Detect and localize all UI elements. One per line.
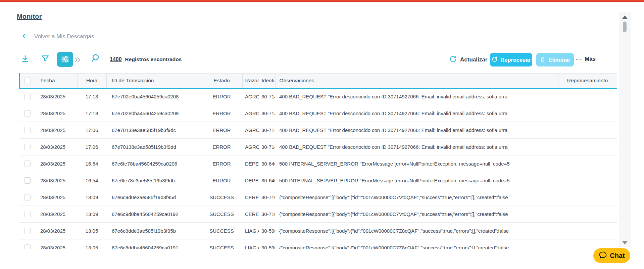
back-link-label: Volver a Mis Descargas [34,33,94,40]
cell-observaciones: 500 INTERNAL_SERVER_ERROR "ErrorMessage … [275,172,558,189]
cell-transaction-id: 67e702e0ba45604259ca0209 [106,105,201,122]
scroll-down-icon[interactable] [622,241,628,244]
row-checkbox[interactable] [24,228,31,234]
more-dots-icon [572,56,582,62]
cell-razon: AGRO [242,88,259,105]
cell-razon: DEPET [242,172,259,189]
delete-button[interactable]: Eliminar [536,53,574,66]
double-chevron-right-icon[interactable] [74,57,81,62]
row-checkbox[interactable] [24,244,31,249]
records-label: Registros encontrados [125,56,182,62]
cell-razon: CEREA [242,189,259,206]
row-checkbox[interactable] [24,94,31,100]
scrollbar-thumb[interactable] [623,21,627,32]
cell-estado: ERROR [201,155,242,172]
row-checkbox[interactable] [24,177,31,184]
delete-button-label: Eliminar [548,57,570,63]
cell-fecha: 28/03/2025 [35,88,77,105]
cell-razon: LIAG A [242,239,259,249]
cell-identi: 30-714 [259,88,275,105]
cell-estado: ERROR [201,139,242,155]
table-row[interactable]: 28/03/2025 13:09 67e6c9d0ba45604259ca019… [19,206,617,223]
cell-reprocesamiento [558,139,617,155]
column-header-fecha: Fecha [35,74,77,88]
refresh-button[interactable]: Actualizar [449,55,487,64]
cell-razon: LIAG A [242,223,259,239]
cell-observaciones: 500 INTERNAL_SERVER_ERROR "ErrorMessage … [275,155,558,172]
records-count[interactable]: 1400 [110,56,122,62]
reprocess-icon [491,56,498,64]
cell-fecha: 28/03/2025 [35,189,77,206]
cell-observaciones: {"compositeResponse":[{"body":{"id":"001… [275,239,558,249]
cell-identi: 30-646 [259,155,275,172]
column-header-observaciones: Observaciones [275,74,558,88]
table-row[interactable]: 28/03/2025 13:05 67e6c8dde3ae585f19b3f95… [19,223,617,239]
cell-observaciones: 400 BAD_REQUEST "Error desconocido con I… [275,122,558,139]
reprocess-button[interactable]: Reprocesar [490,53,532,66]
cell-transaction-id: 67e6fe78e3ae585f19b3f9db [106,172,201,189]
filter-icon[interactable] [41,54,50,63]
transactions-table: Fecha Hora ID de Transacción Estado Razo… [19,73,617,249]
more-button[interactable]: Más [572,56,596,62]
table-row[interactable]: 28/03/2025 17:13 67e702e0ba45604259ca020… [19,88,617,105]
cell-razon: AGRO [242,139,259,155]
row-checkbox[interactable] [24,144,31,150]
cell-reprocesamiento [558,206,617,223]
cell-fecha: 28/03/2025 [35,155,77,172]
cell-transaction-id: 67e702e0ba45604259ca0208 [106,88,201,105]
chat-button[interactable]: Chat [593,248,630,263]
scroll-up-icon[interactable] [622,15,628,19]
cell-observaciones: {"compositeResponse":[{"body":{"id":"001… [275,189,558,206]
cell-reprocesamiento [558,88,617,105]
cell-reprocesamiento [558,155,617,172]
cell-hora: 17:13 [77,88,106,105]
table-row[interactable]: 28/03/2025 13:09 67e6c9d0e3ae585f19b3f95… [19,189,617,206]
table-row[interactable]: 28/03/2025 17:06 67e70138e3ae585f19b3f9d… [19,139,617,155]
refresh-button-label: Actualizar [460,56,487,63]
column-header-id: ID de Transacción [106,74,201,88]
sliders-icon [60,55,70,64]
cell-observaciones: 400 BAD_REQUEST "Error desconocido con I… [275,105,558,122]
cell-identi: 30-714 [259,105,275,122]
download-icon[interactable] [21,54,30,63]
cell-reprocesamiento [558,189,617,206]
cell-reprocesamiento [558,105,617,122]
column-header-identi: Identi [259,74,275,88]
table-header-row: Fecha Hora ID de Transacción Estado Razo… [19,74,617,88]
vertical-scrollbar [619,12,631,247]
table-row[interactable]: 28/03/2025 16:54 67e6fe78ba45604259ca020… [19,155,617,172]
cell-hora: 17:06 [77,122,106,139]
cell-hora: 13:05 [77,223,106,239]
cell-observaciones: 400 BAD_REQUEST "Error desconocido con I… [275,139,558,155]
table-row[interactable]: 28/03/2025 17:06 67e70138e3ae585f19b3f9d… [19,122,617,139]
cell-razon: CEREA [242,206,259,223]
cell-razon: DEPET [242,155,259,172]
search-icon[interactable] [91,53,101,63]
select-all-checkbox[interactable] [24,78,31,84]
column-header-reprocesamiento: Reprocesamiento [558,74,617,88]
column-settings-button[interactable] [57,52,73,67]
column-header-hora: Hora [77,74,106,88]
cell-estado: ERROR [201,122,242,139]
row-checkbox[interactable] [24,127,31,133]
table-body: 28/03/2025 17:13 67e702e0ba45604259ca020… [19,88,617,249]
cell-estado: SUCCESS [201,223,242,239]
cell-hora: 17:13 [77,105,106,122]
row-checkbox[interactable] [24,194,31,200]
top-red-bar [0,0,644,2]
row-checkbox[interactable] [24,161,31,167]
cell-fecha: 28/03/2025 [35,122,77,139]
cell-reprocesamiento [558,172,617,189]
table-row[interactable]: 28/03/2025 13:05 67e6c8ddba45604259ca019… [19,239,617,249]
row-checkbox[interactable] [24,211,31,217]
row-checkbox[interactable] [24,110,31,117]
cell-identi: 30-710 [259,206,275,223]
table-row[interactable]: 28/03/2025 17:13 67e702e0ba45604259ca020… [19,105,617,122]
transactions-table-container: Fecha Hora ID de Transacción Estado Razo… [19,73,617,249]
page-title: Monitor [17,13,42,20]
back-link[interactable]: Volver a Mis Descargas [21,32,94,41]
cell-estado: ERROR [201,172,242,189]
table-row[interactable]: 28/03/2025 16:54 67e6fe78e3ae585f19b3f9d… [19,172,617,189]
cell-transaction-id: 67e70138e3ae585f19b3f9dd [106,139,201,155]
trash-icon [540,56,546,64]
